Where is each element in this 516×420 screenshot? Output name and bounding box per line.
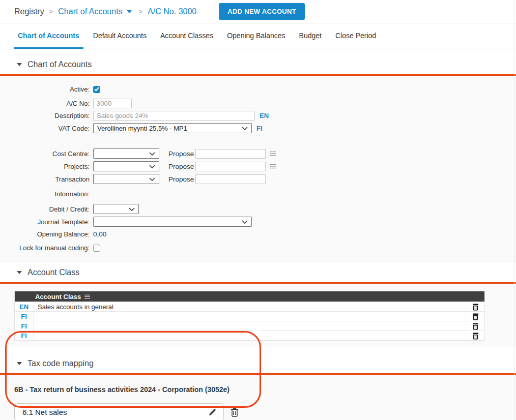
opening-balance-value: 0,00 <box>93 230 106 238</box>
chevron-down-icon <box>149 177 155 181</box>
row-lang-link[interactable]: FI <box>15 331 34 341</box>
account-class-column-header: Account Class <box>35 293 81 301</box>
propose-label: Propose <box>168 175 195 183</box>
row-value[interactable]: Sales accounts in general <box>34 302 466 312</box>
table-row: FI <box>15 312 485 321</box>
row-value[interactable] <box>34 321 466 331</box>
transaction-select[interactable] <box>93 174 159 184</box>
edit-pencil-icon[interactable] <box>208 408 217 416</box>
tab-opening-balances[interactable]: Opening Balances <box>223 23 289 49</box>
delete-row-icon[interactable] <box>472 313 479 320</box>
description-label: Description: <box>0 112 93 119</box>
lock-manual-coding-label: Lock for manual coding: <box>0 244 93 252</box>
tax-code-mapping-body: 6B - Tax return of business activities 2… <box>0 375 516 420</box>
chevron-down-icon <box>129 207 135 211</box>
tab-bar: Chart of Accounts Default Accounts Accou… <box>0 23 516 49</box>
cost-centre-label: Cost Centre: <box>0 150 93 158</box>
tax-mapping-value: 6.1 Net sales <box>22 408 67 416</box>
breadcrumb-chart-of-accounts[interactable]: Chart of Accounts <box>58 7 122 16</box>
tax-mapping-field[interactable]: 6.1 Net sales <box>14 403 224 420</box>
account-class-table: Account Class EN Sales accounts in gener… <box>14 291 485 341</box>
table-header-row: Account Class <box>15 291 485 302</box>
tab-chart-of-accounts[interactable]: Chart of Accounts <box>14 23 83 49</box>
active-checkbox[interactable] <box>93 86 100 93</box>
projects-label: Projects: <box>0 163 93 170</box>
tab-close-period[interactable]: Close Period <box>331 23 380 49</box>
breadcrumb-registry[interactable]: Registry <box>14 7 44 16</box>
chevron-down-icon[interactable] <box>127 10 132 13</box>
lock-manual-coding-checkbox[interactable] <box>93 245 100 252</box>
row-lang-link[interactable]: FI <box>15 321 34 331</box>
debit-credit-select[interactable] <box>93 204 139 214</box>
ac-no-label: A/C No: <box>0 100 93 107</box>
propose-label: Propose <box>168 150 195 158</box>
transaction-label: Transaction <box>0 175 93 183</box>
breadcrumb: Registry > Chart of Accounts > A/C No. 3… <box>0 0 516 23</box>
breadcrumb-separator: > <box>49 8 53 15</box>
row-value[interactable] <box>34 331 466 341</box>
breadcrumb-account-no[interactable]: A/C No. 3000 <box>148 7 196 16</box>
journal-template-label: Journal Template: <box>0 218 93 226</box>
tax-form-title: 6B - Tax return of business activities 2… <box>14 385 516 394</box>
debit-credit-label: Debit / Credit: <box>0 205 93 213</box>
vat-code-value: Verollinen myynti 25,5% - MP1 <box>97 125 187 132</box>
row-lang-link[interactable]: FI <box>15 312 34 321</box>
vat-code-label: VAT Code: <box>0 125 93 132</box>
tax-code-mapping-section-header[interactable]: Tax code mapping <box>0 354 516 375</box>
vat-code-select[interactable]: Verollinen myynti 25,5% - MP1 <box>93 123 252 133</box>
list-picker-icon[interactable] <box>270 164 276 169</box>
delete-row-icon[interactable] <box>472 304 479 311</box>
table-row: FI <box>15 331 485 341</box>
vat-lang-link[interactable]: FI <box>256 125 263 132</box>
ac-no-input[interactable] <box>93 99 132 108</box>
opening-balance-label: Opening Balance: <box>0 230 93 238</box>
breadcrumb-separator: > <box>139 8 143 15</box>
delete-row-icon[interactable] <box>472 323 479 330</box>
chevron-down-icon <box>149 152 155 156</box>
collapse-triangle-icon <box>17 63 22 66</box>
journal-template-select[interactable] <box>93 217 252 227</box>
row-lang-link[interactable]: EN <box>15 302 34 312</box>
chevron-down-icon <box>242 127 248 130</box>
collapse-triangle-icon <box>17 362 22 365</box>
chevron-down-icon <box>242 220 248 224</box>
row-value[interactable] <box>34 312 466 321</box>
delete-mapping-icon[interactable] <box>231 408 239 417</box>
projects-select[interactable] <box>93 161 159 171</box>
description-input[interactable] <box>93 111 255 121</box>
delete-row-icon[interactable] <box>472 333 479 340</box>
transaction-propose-input[interactable] <box>195 174 266 184</box>
chart-of-accounts-section-header[interactable]: Chart of Accounts <box>0 55 516 76</box>
chevron-down-icon <box>149 165 155 168</box>
tab-account-classes[interactable]: Account Classes <box>156 23 217 49</box>
cost-centre-propose-input[interactable] <box>195 149 266 159</box>
tab-default-accounts[interactable]: Default Accounts <box>89 23 151 49</box>
cost-centre-select[interactable] <box>93 148 159 159</box>
section-title: Chart of Accounts <box>27 60 92 69</box>
chart-of-accounts-form: Active: A/C No: Description: EN VAT Code… <box>0 76 516 263</box>
table-row: EN Sales accounts in general <box>15 302 485 312</box>
section-title: Account Class <box>27 268 79 277</box>
table-row: FI <box>15 321 485 331</box>
account-class-section-header[interactable]: Account Class <box>0 263 516 284</box>
information-label: Information: <box>0 190 93 198</box>
page-right-edge-line <box>514 0 514 420</box>
description-lang-link[interactable]: EN <box>260 112 269 119</box>
active-label: Active: <box>0 85 93 93</box>
section-title: Tax code mapping <box>27 359 94 368</box>
add-new-account-button[interactable]: ADD NEW ACCOUNT <box>219 3 305 20</box>
account-class-body: Account Class EN Sales accounts in gener… <box>0 284 516 347</box>
list-icon[interactable] <box>84 294 90 299</box>
list-picker-icon[interactable] <box>270 151 276 156</box>
projects-propose-input[interactable] <box>195 162 266 171</box>
collapse-triangle-icon <box>17 271 22 274</box>
propose-label: Propose <box>168 163 195 170</box>
check-icon <box>94 87 99 92</box>
tab-budget[interactable]: Budget <box>295 23 326 49</box>
